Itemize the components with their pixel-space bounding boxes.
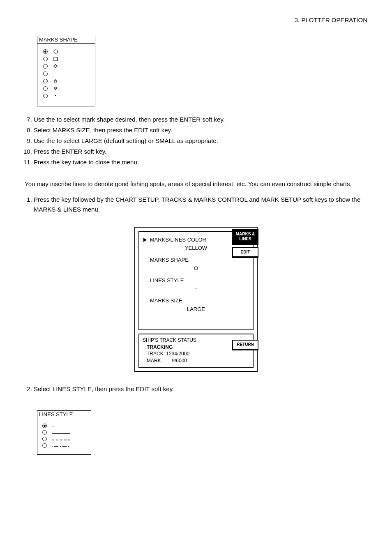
step-10: Press the ENTER soft key. [34,147,367,157]
cursor-icon [143,238,147,242]
menu-item: MARKS SIZE LARGE [143,297,249,314]
line-option [42,435,86,442]
shape-option [43,92,89,99]
svg-point-4 [194,267,198,270]
shape-option [43,55,89,62]
step-1-press: Press the key followed by the CHART SETU… [34,195,367,214]
blank-icon [53,71,58,76]
line-option [42,442,86,449]
menu-label: MARKS/LINES COLOR [150,237,206,243]
radio-icon [43,94,48,98]
radio-icon [42,430,47,435]
menu-value-icon [143,265,249,273]
line-option [42,429,86,435]
menu-value: LARGE [143,305,249,314]
page-header: 3. PLOTTER OPERATION [25,16,367,23]
marks-shape-panel: MARKS SHAPE [37,36,95,106]
menu-label: MARKS SHAPE [150,257,189,263]
dashed-line-icon [52,435,70,442]
step-7: Use the to select mark shape desired, th… [34,115,367,124]
menu-item: MARKS SHAPE [143,256,249,273]
shape-option [43,77,89,85]
step-8: Select MARKS SIZE, then press the EDIT s… [34,125,367,135]
radio-icon [43,57,48,61]
radio-selected-icon [42,424,47,428]
radio-icon [42,443,47,448]
edit-softkey: EDIT [232,247,258,258]
radio-icon [43,64,48,69]
step-9: Use the to select LARGE (default setting… [34,136,367,146]
line-option [42,422,86,429]
steps-list-1: Use the to select mark shape desired, th… [25,115,367,167]
marks-shape-title: MARKS SHAPE [37,36,95,44]
svg-rect-5 [196,288,196,289]
dot-line-icon [52,422,68,429]
menu-value-icon [143,285,249,293]
marks-lines-softkey: MARKS & LINES [232,229,258,245]
dashdot-line-icon [52,442,70,449]
mark-value: MARK : 9/6000 [147,357,249,364]
svg-rect-6 [53,426,53,427]
marks-lines-menu-figure: MARKS & LINES EDIT RETURN MARKS/LINES CO… [25,227,367,372]
menu-label: MARKS SIZE [150,297,182,304]
return-softkey: RETURN [232,340,258,350]
status-box: SHIP'S TRACK STATUS TRACKING TRACK: 1234… [138,334,254,368]
solid-line-icon [52,429,70,436]
step-2: Select LINES STYLE, then press the EDIT … [34,384,367,394]
svg-rect-2 [54,64,57,68]
circle-icon [53,48,58,54]
menu-item: LINES STYLE [143,276,249,294]
lines-style-panel: LINES STYLE [37,410,91,455]
menu-label: LINES STYLE [150,277,184,283]
svg-rect-1 [54,57,58,61]
track-value: TRACK: 1234/2000 [147,350,249,357]
shape-option [43,70,89,77]
castle-up-icon [53,78,58,84]
shape-option [43,48,89,55]
svg-rect-3 [55,95,56,96]
lines-style-title: LINES STYLE [37,411,91,418]
step-11: Press the key twice to close the menu. [34,157,367,167]
castle-down-icon [53,85,58,91]
diamond-icon [53,63,58,69]
radio-icon [43,86,48,91]
square-icon [53,56,58,62]
intro-paragraph: You may inscribe lines to denote good fi… [25,180,367,189]
steps-list-2: Press the key followed by the CHART SETU… [25,195,367,214]
dot-icon [53,93,58,99]
svg-point-0 [54,50,58,53]
radio-selected-icon [43,49,48,54]
steps-list-3: Select LINES STYLE, then press the EDIT … [25,384,367,394]
radio-icon [43,79,48,83]
shape-option [43,62,89,70]
shape-option [43,85,89,92]
radio-icon [43,71,48,76]
radio-icon [42,437,47,441]
